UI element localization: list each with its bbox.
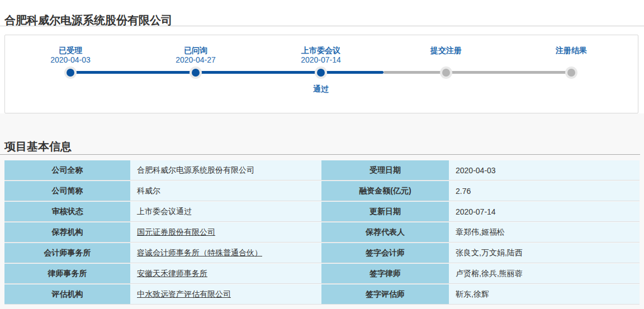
- timeline-stage-name: 已问询: [133, 46, 258, 55]
- table-value-cell: 国元证券股份有限公司: [130, 222, 321, 242]
- timeline-stage-dot-icon: [442, 69, 450, 77]
- table-value-text: 章郑伟,姬福松: [456, 227, 505, 236]
- audit-progress-timeline: 已受理 2020-04-03 已问询 2020-04-27 上市委会议 2020…: [4, 35, 638, 113]
- table-value-cell: 张良文,万文娟,陆西: [449, 243, 640, 263]
- timeline-stage-dot-icon: [317, 69, 325, 77]
- timeline-stage-name: 已受理: [8, 46, 133, 55]
- table-value-cell: 科威尔: [130, 181, 321, 201]
- table-value-cell: 章郑伟,姬福松: [449, 222, 640, 242]
- table-label-cell: 签字评估师: [321, 284, 449, 304]
- table-row: 会计师事务所 容诚会计师事务所（特殊普通合伙） 签字会计师 张良文,万文娟,陆西: [4, 243, 640, 263]
- timeline-stage-date: [383, 55, 509, 65]
- timeline-stage-name: 提交注册: [383, 46, 509, 55]
- table-value-cell: 合肥科威尔电源系统股份有限公司: [130, 160, 321, 180]
- timeline-stage-dot-icon: [567, 69, 575, 77]
- timeline-stage-2: 已问询 2020-04-27: [133, 35, 258, 65]
- table-label-cell: 公司简称: [4, 181, 130, 201]
- org-link[interactable]: 容诚会计师事务所（特殊普通合伙）: [137, 248, 262, 257]
- table-value-cell: 2020-04-03: [449, 160, 640, 180]
- table-value-text: 卢贤榕,徐兵,熊丽蓉: [456, 269, 523, 278]
- table-row: 公司简称 科威尔 融资金额(亿元) 2.76: [4, 181, 640, 201]
- table-value-cell: 卢贤榕,徐兵,熊丽蓉: [449, 264, 640, 283]
- timeline-stage-result: 通过: [258, 84, 383, 94]
- table-value-text: 2.76: [456, 187, 471, 196]
- table-value-text: 张良文,万文娟,陆西: [456, 248, 523, 257]
- timeline-stage-date: 2020-04-03: [8, 55, 133, 65]
- timeline-track-pending: [383, 71, 571, 74]
- org-link[interactable]: 国元证券股份有限公司: [137, 227, 215, 236]
- table-label-cell: 保荐代表人: [321, 222, 449, 242]
- table-value-cell: 安徽天禾律师事务所: [130, 264, 321, 283]
- table-value-text: 上市委会议通过: [137, 207, 192, 216]
- table-row: 审核状态 上市委会议通过 更新日期 2020-07-14: [4, 202, 640, 221]
- org-link[interactable]: 安徽天禾律师事务所: [137, 269, 207, 278]
- header-divider: [0, 26, 644, 26]
- timeline-stage-dot-icon: [192, 69, 200, 77]
- table-label-cell: 签字会计师: [321, 243, 449, 263]
- timeline-stage-3: 上市委会议 2020-07-14 通过: [258, 35, 383, 65]
- table-label-cell: 律师事务所: [4, 264, 130, 283]
- table-value-cell: 2020-07-14: [449, 202, 640, 221]
- timeline-stage-1: 已受理 2020-04-03: [8, 35, 133, 65]
- table-label-cell: 保荐机构: [4, 222, 130, 242]
- table-value-cell: 2.76: [449, 181, 640, 201]
- table-row: 保荐机构 国元证券股份有限公司 保荐代表人 章郑伟,姬福松: [4, 222, 640, 242]
- timeline-stage-date: 2020-04-27: [133, 55, 258, 65]
- table-value-text: 靳东,徐辉: [456, 289, 489, 298]
- table-value-cell: 中水致远资产评估有限公司: [130, 284, 321, 304]
- table-label-cell: 融资金额(亿元): [321, 181, 449, 201]
- table-label-cell: 受理日期: [321, 160, 449, 180]
- table-label-cell: 会计师事务所: [4, 243, 130, 263]
- table-row: 公司全称 合肥科威尔电源系统股份有限公司 受理日期 2020-04-03: [4, 160, 640, 180]
- section-title: 项目基本信息: [4, 139, 72, 154]
- table-row: 评估机构 中水致远资产评估有限公司 签字评估师 靳东,徐辉: [4, 284, 640, 304]
- table-row: 律师事务所 安徽天禾律师事务所 签字律师 卢贤榕,徐兵,熊丽蓉: [4, 264, 640, 283]
- project-basic-info-table: 公司全称 合肥科威尔电源系统股份有限公司 受理日期 2020-04-03 公司简…: [4, 159, 640, 305]
- timeline-track-completed: [70, 71, 383, 74]
- table-label-cell: 公司全称: [4, 160, 130, 180]
- table-label-cell: 审核状态: [4, 202, 130, 221]
- timeline-stage-dot-icon: [67, 69, 74, 77]
- timeline-stage-name: 上市委会议: [258, 46, 383, 55]
- timeline-stage-5: 注册结果: [509, 35, 634, 65]
- table-value-cell: 上市委会议通过: [130, 202, 321, 221]
- table-value-text: 2020-04-03: [456, 166, 496, 175]
- timeline-stage-name: 注册结果: [509, 46, 634, 55]
- table-label-cell: 签字律师: [321, 264, 449, 283]
- timeline-stage-date: 2020-07-14: [258, 55, 383, 65]
- table-value-text: 2020-07-14: [456, 207, 496, 216]
- table-value-text: 合肥科威尔电源系统股份有限公司: [137, 165, 254, 174]
- timeline-stage-4: 提交注册: [383, 35, 509, 65]
- timeline-stage-date: [509, 55, 634, 65]
- table-label-cell: 更新日期: [321, 202, 449, 221]
- table-value-text: 科威尔: [137, 186, 160, 195]
- table-value-cell: 靳东,徐辉: [449, 284, 640, 304]
- table-value-cell: 容诚会计师事务所（特殊普通合伙）: [130, 243, 321, 263]
- org-link[interactable]: 中水致远资产评估有限公司: [137, 289, 231, 298]
- table-label-cell: 评估机构: [4, 284, 130, 304]
- section-divider: [0, 154, 640, 155]
